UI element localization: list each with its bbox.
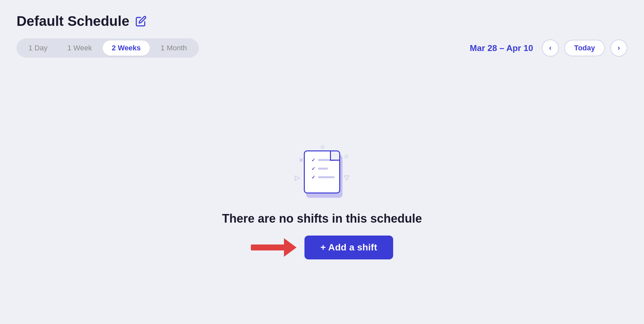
doc-line-bar-2 — [318, 168, 328, 170]
add-shift-row: + Add a shift — [251, 236, 393, 259]
view-btn-1week[interactable]: 1 Week — [58, 40, 101, 56]
view-btn-2weeks[interactable]: 2 Weeks — [103, 40, 150, 56]
toolbar: 1 Day 1 Week 2 Weeks 1 Month Mar 28 – Ap… — [17, 38, 627, 58]
document-icon: ✓ ✓ ✓ — [304, 150, 340, 193]
red-arrow-icon — [251, 238, 297, 257]
deco-x-icon: × — [299, 155, 303, 165]
view-toggle: 1 Day 1 Week 2 Weeks 1 Month — [17, 38, 199, 58]
date-range: Mar 28 – Apr 10 — [470, 43, 533, 53]
doc-line-bar-3 — [318, 176, 335, 178]
arrow-body — [251, 244, 284, 250]
arrow-head — [284, 238, 297, 257]
check-icon-3: ✓ — [311, 175, 315, 180]
arrow-indicator — [251, 238, 297, 257]
page-title: Default Schedule — [17, 13, 129, 29]
next-button[interactable]: › — [610, 39, 627, 57]
page-header: Default Schedule — [17, 13, 627, 29]
deco-circle-right-icon: ○ — [344, 152, 348, 161]
doc-corner — [330, 151, 339, 161]
view-btn-1month[interactable]: 1 Month — [151, 40, 196, 56]
view-btn-1day[interactable]: 1 Day — [19, 40, 57, 56]
prev-button[interactable]: ‹ — [542, 39, 559, 57]
deco-triangle-right-icon: ▽ — [344, 174, 349, 182]
empty-illustration: ○ ○ × ▷ ▽ ✓ ✓ ✓ — [292, 142, 352, 202]
today-button[interactable]: Today — [564, 40, 605, 56]
doc-line-2: ✓ — [311, 166, 335, 171]
deco-triangle-left-icon: ▷ — [295, 174, 300, 182]
edit-icon[interactable] — [135, 16, 147, 27]
add-shift-button[interactable]: + Add a shift — [304, 236, 393, 259]
doc-line-3: ✓ — [311, 175, 335, 180]
check-icon-2: ✓ — [311, 166, 315, 171]
empty-message: There are no shifts in this schedule — [222, 212, 422, 226]
empty-state: ○ ○ × ▷ ▽ ✓ ✓ ✓ — [222, 142, 422, 259]
nav-section: Mar 28 – Apr 10 ‹ Today › — [470, 39, 627, 57]
check-icon-1: ✓ — [311, 157, 315, 163]
main-content: ○ ○ × ▷ ▽ ✓ ✓ ✓ — [17, 71, 627, 311]
